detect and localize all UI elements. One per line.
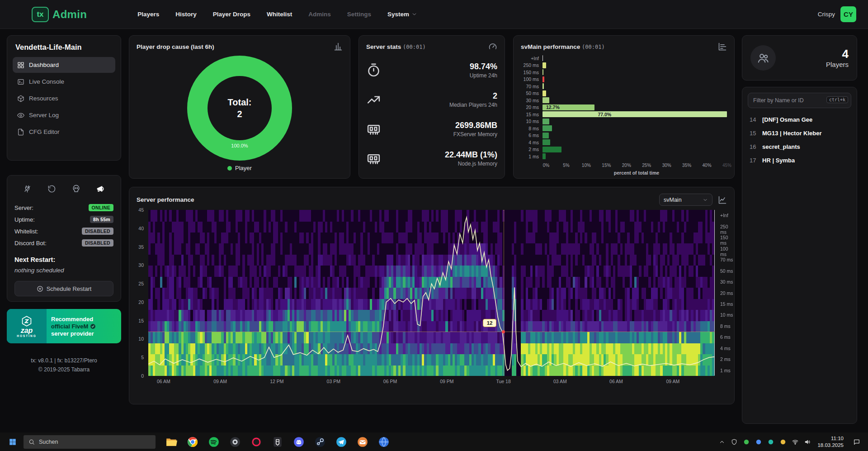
epic-games-taskbar-button[interactable] <box>271 435 284 449</box>
announcement-button[interactable] <box>91 182 111 195</box>
line-chart-icon[interactable] <box>718 195 727 204</box>
blue-dot-tray-button[interactable] <box>755 438 762 446</box>
player-row[interactable]: 15MG13 | Hector Kleber <box>742 126 857 140</box>
brand-text: Admin <box>52 8 87 21</box>
taskbar-clock[interactable]: 11:10 18.03.2025 <box>817 435 844 449</box>
hist-x-tick: 35% <box>682 163 691 168</box>
stat-row-median-players-24h: 2Median Players 24h <box>366 85 497 114</box>
status-badge: DISABLED <box>82 239 113 247</box>
sidebar-item-live-console[interactable]: Live Console <box>13 74 115 90</box>
status-row-uptime: Uptime:8h 55m <box>14 214 113 225</box>
ram-icon <box>366 151 381 166</box>
player-row[interactable]: 16secret_plants <box>742 140 857 153</box>
network-tray-button[interactable] <box>792 438 799 446</box>
nav-player-drops[interactable]: Player Drops <box>207 7 257 21</box>
gauge-icon <box>488 42 497 51</box>
status-badge: DISABLED <box>82 228 113 235</box>
hist-bar <box>542 55 543 61</box>
file-explorer-icon <box>165 436 177 448</box>
ram-icon <box>366 122 381 137</box>
y-left-tick: 15 <box>138 318 144 323</box>
zap-hosting-ad[interactable]: zap HOSTING Recommended official FiveM s… <box>7 309 121 343</box>
hist-x-tick: 0% <box>543 163 549 168</box>
tx-logo-icon: tx <box>32 7 49 22</box>
donut-legend: Player <box>227 165 252 171</box>
nav-history[interactable]: History <box>169 7 203 21</box>
hist-bar <box>542 97 549 103</box>
spotify-taskbar-button[interactable] <box>207 435 221 449</box>
teal-dot-tray-button[interactable] <box>767 438 774 446</box>
hist-bucket-label: 20 ms <box>521 104 542 110</box>
notification-center-button[interactable] <box>850 435 863 449</box>
ctrl-k-shortcut: ctrl+k <box>826 96 848 103</box>
player-row[interactable]: 17HR | Symba <box>742 153 857 167</box>
obs-taskbar-button[interactable] <box>228 435 242 449</box>
hist-bucket-label: 1 ms <box>521 154 542 159</box>
steam-taskbar-button[interactable] <box>313 435 327 449</box>
sidebar-item-resources[interactable]: Resources <box>13 90 115 106</box>
y-right-tick: 30 ms <box>720 279 733 285</box>
x-axis-tick: 06 AM <box>609 379 623 384</box>
green-dot-tray-button[interactable] <box>743 438 750 446</box>
discord-taskbar-button[interactable] <box>292 435 306 449</box>
chevron-down-icon <box>411 11 417 17</box>
nav-settings[interactable]: Settings <box>341 7 377 21</box>
chart-columns-icon[interactable] <box>334 42 343 51</box>
thread-select-value: svMain <box>664 197 682 203</box>
drop-cause-donut-chart: Total: 2 100.0% <box>187 56 292 161</box>
yellow-dot-tray-button[interactable] <box>779 438 787 446</box>
hist-bar <box>542 133 549 138</box>
hist-row-8-ms: 8 ms <box>521 125 727 132</box>
donut-total: Total: 2 <box>228 96 252 120</box>
thread-select-dropdown[interactable]: svMain <box>659 194 712 206</box>
players-count-card: 4 Players <box>742 35 857 81</box>
sidebar-item-dashboard[interactable]: Dashboard <box>13 57 115 73</box>
players-icon-circle <box>750 45 776 71</box>
file-explorer-taskbar-button[interactable] <box>165 435 178 449</box>
player-list-card: ctrl+k 14[DNF] Osman Gee15MG13 | Hector … <box>742 87 857 424</box>
start-button[interactable] <box>5 435 21 449</box>
status-label: Uptime: <box>14 216 35 223</box>
nav-admins[interactable]: Admins <box>302 7 337 21</box>
nav-system[interactable]: System <box>381 7 424 21</box>
hist-row-6-ms: 6 ms <box>521 132 727 139</box>
server-menu-card: Vendetta-Life-Main DashboardLive Console… <box>7 35 121 161</box>
x-axis-tick: 03 AM <box>553 379 567 384</box>
txadmin-logo[interactable]: tx Admin <box>32 7 87 22</box>
globe-app-taskbar-button[interactable] <box>377 435 391 449</box>
zap-hosting-text: HOSTING <box>17 334 37 337</box>
schedule-restart-button[interactable]: Schedule Restart <box>14 281 113 296</box>
perf-y-axis-right: +Inf250 ms150 ms100 ms70 ms50 ms30 ms20 … <box>717 210 735 376</box>
shield-tray-button[interactable] <box>731 438 738 446</box>
player-row[interactable]: 14[DNF] Osman Gee <box>742 113 857 126</box>
stop-server-button[interactable] <box>17 182 37 195</box>
sidebar-item-label: Dashboard <box>29 62 59 68</box>
chrome-taskbar-button[interactable] <box>186 435 199 449</box>
telegram-taskbar-button[interactable] <box>335 435 348 449</box>
version-footer: tx: v8.0.1 | fx: b13227/Ptero © 2019-202… <box>7 356 121 375</box>
svmain-performance-card: svMain performance (00:01) +Inf250 ms150… <box>513 35 735 179</box>
green-dot-icon <box>743 439 750 445</box>
sidebar-item-server-log[interactable]: Server Log <box>13 107 115 123</box>
trend-icon <box>366 92 381 107</box>
chevron-up-tray-button[interactable] <box>718 438 726 446</box>
perf-heatmap-plot[interactable]: 12 <box>148 210 715 376</box>
volume-tray-button[interactable] <box>804 438 811 446</box>
user-avatar[interactable]: CY <box>840 6 856 22</box>
taskbar-search[interactable]: Suchen <box>24 435 156 449</box>
hist-x-tick: 40% <box>703 163 712 168</box>
hist-row-100-ms: 100 ms <box>521 76 727 83</box>
sidebar-item-label: Server Log <box>29 112 59 119</box>
next-restart-label: Next Restart: <box>14 256 113 263</box>
sidebar-item-cfg-editor[interactable]: CFG Editor <box>13 124 115 140</box>
nav-whitelist[interactable]: Whitelist <box>260 7 298 21</box>
restart-server-button[interactable] <box>42 182 61 195</box>
opera-gx-taskbar-button[interactable] <box>250 435 263 449</box>
nav-players[interactable]: Players <box>131 7 165 21</box>
stat-row-uptime-24h: 98.74%Uptime 24h <box>366 56 497 85</box>
kill-server-button[interactable] <box>66 182 86 195</box>
hist-x-axis-title: percent of total time <box>546 170 727 176</box>
legend-dot <box>227 166 232 171</box>
hist-bar <box>542 147 561 152</box>
mail-taskbar-button[interactable] <box>356 435 369 449</box>
